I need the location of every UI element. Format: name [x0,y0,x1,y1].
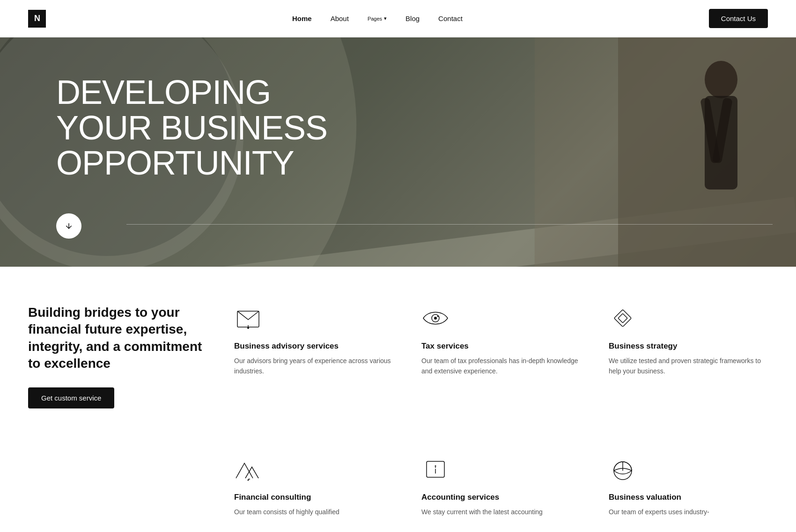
service-desc-accounting: We stay current with the latest accounti… [421,507,581,517]
services-intro: Building bridges to your financial futur… [28,304,206,408]
svg-rect-16 [614,310,632,327]
service-title-advisory: Business advisory services [234,342,393,351]
nav-about[interactable]: About [331,15,349,22]
contact-us-button[interactable]: Contact Us [709,9,768,28]
chevron-down-icon: ▾ [384,15,387,22]
service-title-valuation: Business valuation [609,493,768,502]
mountain-icon [234,455,262,483]
service-desc-strategy: We utilize tested and proven strategic f… [609,356,768,377]
hero-divider [126,224,773,225]
svg-point-15 [437,316,439,317]
service-card-financial: Financial consulting Our team consists o… [234,455,393,532]
card-icon [421,455,450,483]
hero-person-svg [618,37,796,267]
services-row2: Financial consulting Our team consists o… [0,446,796,532]
service-desc-tax: Our team of tax professionals has in-dep… [421,356,581,377]
service-card-accounting: Accounting services We stay current with… [421,455,581,532]
nav-home[interactable]: Home [292,15,312,22]
services-section: Building bridges to your financial futur… [0,267,796,446]
diamond-icon [609,304,637,332]
eye-icon [421,304,450,332]
svg-point-5 [705,61,737,98]
hero-content: DEVELOPING YOUR BUSINESS OPPORTUNITY [56,75,327,181]
envelope-icon [234,304,262,332]
service-title-financial: Financial consulting [234,493,393,502]
hero-person-area [618,37,796,267]
svg-rect-17 [618,313,627,323]
nav-pages[interactable]: Pages ▾ [368,15,387,22]
service-card-valuation: Business valuation Our team of experts u… [609,455,768,532]
scroll-down-button[interactable] [56,213,81,239]
globe-icon [609,455,637,483]
svg-point-14 [434,317,437,320]
service-desc-valuation: Our team of experts uses industry- [609,507,768,517]
service-card-strategy: Business strategy We utilize tested and … [609,304,768,408]
logo[interactable]: N [28,10,46,28]
service-card-tax: Tax services Our team of tax professiona… [421,304,581,408]
nav-links: Home About Pages ▾ Blog Contact [292,15,463,22]
service-desc-advisory: Our advisors bring years of experience a… [234,356,393,377]
service-desc-financial: Our team consists of highly qualified [234,507,393,517]
nav-contact[interactable]: Contact [438,15,463,22]
service-title-tax: Tax services [421,342,581,351]
service-title-accounting: Accounting services [421,493,581,502]
svg-point-23 [435,465,436,466]
service-card-business-advisory: Business advisory services Our advisors … [234,304,393,408]
logo-icon: N [28,10,46,28]
services-heading: Building bridges to your financial futur… [28,304,206,372]
navbar: N Home About Pages ▾ Blog Contact Contac… [0,0,796,37]
hero-title: DEVELOPING YOUR BUSINESS OPPORTUNITY [56,75,327,181]
get-custom-service-button[interactable]: Get custom service [28,387,114,408]
services-row2-spacer [28,455,206,532]
service-title-strategy: Business strategy [609,342,768,351]
nav-blog[interactable]: Blog [405,15,420,22]
hero-section: DEVELOPING YOUR BUSINESS OPPORTUNITY [0,37,796,267]
svg-point-11 [247,327,249,329]
arrow-down-icon [65,222,73,230]
svg-point-19 [248,479,249,481]
